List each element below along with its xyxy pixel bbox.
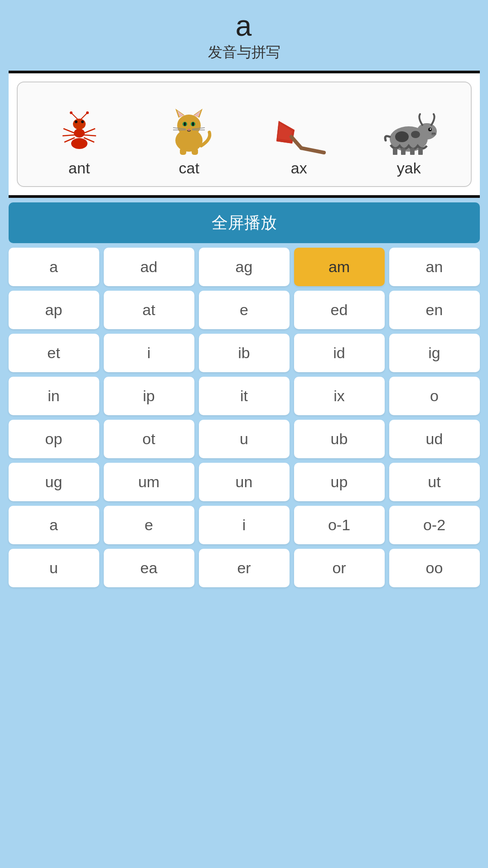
svg-point-45 <box>411 131 420 138</box>
phonics-btn-ut[interactable]: ut <box>389 463 480 501</box>
svg-point-24 <box>192 122 194 126</box>
flashcard-item-cat: cat <box>136 96 242 177</box>
phonics-btn-or[interactable]: or <box>294 549 385 587</box>
page-subtitle: 发音与拼写 <box>208 43 280 62</box>
phonics-btn-o[interactable]: o <box>389 377 480 415</box>
phonics-btn-a[interactable]: a <box>9 506 99 544</box>
phonics-btn-ud[interactable]: ud <box>389 420 480 458</box>
svg-rect-30 <box>180 148 186 155</box>
phonics-btn-an[interactable]: an <box>389 248 480 286</box>
fullscreen-button[interactable]: 全屏播放 <box>9 202 480 243</box>
flashcard-inner: ant <box>17 82 472 187</box>
svg-rect-31 <box>192 148 198 155</box>
svg-line-5 <box>72 113 78 120</box>
svg-line-32 <box>301 148 324 153</box>
phonics-btn-ad[interactable]: ad <box>104 248 194 286</box>
cat-label: cat <box>179 159 199 177</box>
svg-point-16 <box>177 115 201 136</box>
svg-line-6 <box>81 113 87 120</box>
phonics-btn-ip[interactable]: ip <box>104 377 194 415</box>
phonics-btn-oo[interactable]: oo <box>389 549 480 587</box>
phonics-btn-o1[interactable]: o-1 <box>294 506 385 544</box>
phonics-btn-i[interactable]: i <box>104 334 194 372</box>
flashcard-item-ax: ax <box>246 96 352 177</box>
svg-line-9 <box>63 129 75 133</box>
flashcard-item-yak: yak <box>356 96 462 177</box>
phonics-btn-ug[interactable]: ug <box>9 463 99 501</box>
phonics-btn-up[interactable]: up <box>294 463 385 501</box>
ant-label: ant <box>68 159 90 177</box>
svg-rect-48 <box>410 148 415 155</box>
svg-point-2 <box>73 119 86 129</box>
phonics-btn-e[interactable]: e <box>104 506 194 544</box>
phonics-btn-op[interactable]: op <box>9 420 99 458</box>
phonics-btn-et[interactable]: et <box>9 334 99 372</box>
phonics-btn-er[interactable]: er <box>199 549 290 587</box>
ax-label: ax <box>291 159 307 177</box>
phonics-btn-ig[interactable]: ig <box>389 334 480 372</box>
svg-line-12 <box>84 129 95 133</box>
svg-point-41 <box>431 132 436 136</box>
svg-point-4 <box>81 120 84 123</box>
svg-rect-47 <box>401 148 406 155</box>
phonics-btn-ag[interactable]: ag <box>199 248 290 286</box>
svg-point-8 <box>86 111 89 114</box>
flashcard-images: ant <box>27 96 462 177</box>
phonics-btn-ea[interactable]: ea <box>104 549 194 587</box>
phonics-btn-am[interactable]: am <box>294 248 385 286</box>
ax-icon <box>270 114 329 155</box>
phonics-btn-u[interactable]: u <box>9 549 99 587</box>
phonics-btn-e[interactable]: e <box>199 291 290 329</box>
phonics-btn-i[interactable]: i <box>199 506 290 544</box>
cat-icon <box>164 105 214 155</box>
phonics-grid: aadagamanapateedenetiibidiginipitixoopot… <box>9 248 480 596</box>
svg-point-0 <box>71 138 87 149</box>
yak-label: yak <box>397 159 421 177</box>
phonics-btn-ub[interactable]: ub <box>294 420 385 458</box>
phonics-btn-u[interactable]: u <box>199 420 290 458</box>
svg-line-13 <box>84 135 96 136</box>
phonics-btn-id[interactable]: id <box>294 334 385 372</box>
phonics-btn-un[interactable]: un <box>199 463 290 501</box>
flashcard-container: ant <box>9 71 480 198</box>
svg-point-44 <box>395 131 409 142</box>
ant-icon <box>50 110 109 155</box>
phonics-btn-it[interactable]: it <box>199 377 290 415</box>
svg-point-3 <box>75 120 77 123</box>
svg-rect-49 <box>418 148 423 155</box>
svg-point-42 <box>432 133 434 134</box>
svg-rect-46 <box>393 148 397 155</box>
phonics-btn-ot[interactable]: ot <box>104 420 194 458</box>
phonics-btn-o2[interactable]: o-2 <box>389 506 480 544</box>
phonics-btn-ed[interactable]: ed <box>294 291 385 329</box>
svg-point-7 <box>70 111 72 114</box>
flashcard-item-ant: ant <box>27 96 132 177</box>
phonics-btn-ib[interactable]: ib <box>199 334 290 372</box>
svg-point-38 <box>417 123 437 139</box>
phonics-btn-in[interactable]: in <box>9 377 99 415</box>
phonics-btn-ix[interactable]: ix <box>294 377 385 415</box>
phonics-btn-um[interactable]: um <box>104 463 194 501</box>
svg-point-43 <box>434 133 435 134</box>
phonics-btn-en[interactable]: en <box>389 291 480 329</box>
svg-line-10 <box>63 135 75 136</box>
svg-point-40 <box>430 129 431 130</box>
phonics-btn-ap[interactable]: ap <box>9 291 99 329</box>
phonics-btn-at[interactable]: at <box>104 291 194 329</box>
svg-point-23 <box>184 122 186 126</box>
svg-point-1 <box>74 129 85 138</box>
yak-icon <box>379 110 438 155</box>
svg-line-36 <box>291 137 301 148</box>
phonics-btn-a[interactable]: a <box>9 248 99 286</box>
page-title: a <box>236 9 253 43</box>
